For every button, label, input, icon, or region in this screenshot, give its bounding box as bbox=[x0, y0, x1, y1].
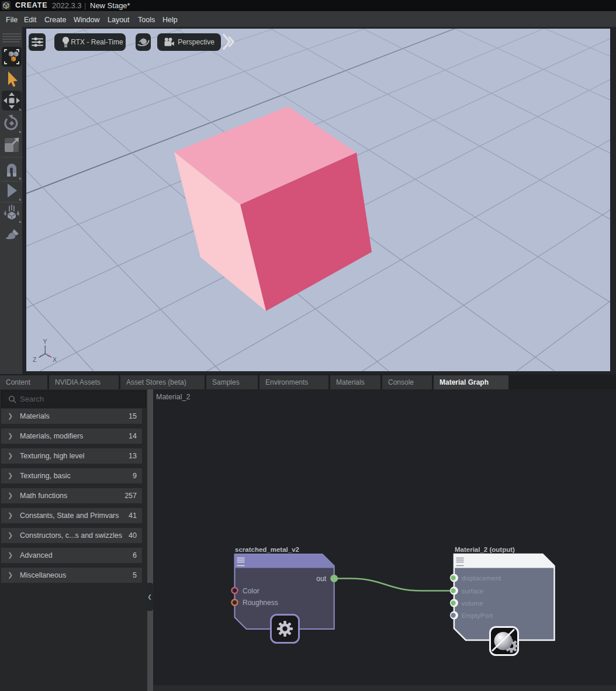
svg-text:surface: surface bbox=[462, 588, 484, 595]
svg-text:X: X bbox=[53, 356, 57, 363]
svg-text:Roughness: Roughness bbox=[243, 599, 278, 607]
svg-text:Z: Z bbox=[33, 356, 37, 363]
svg-text:EmptyPort: EmptyPort bbox=[462, 612, 493, 619]
svg-text:Material_2 (output): Material_2 (output) bbox=[455, 546, 515, 553]
svg-text:out: out bbox=[316, 575, 326, 583]
svg-text:scratched_metal_v2: scratched_metal_v2 bbox=[235, 546, 299, 553]
svg-text:displacement: displacement bbox=[462, 575, 502, 582]
svg-text:Y: Y bbox=[43, 338, 47, 345]
svg-text:volume: volume bbox=[462, 600, 483, 607]
svg-text:Color: Color bbox=[243, 587, 259, 595]
svg-text:Material_2: Material_2 bbox=[156, 393, 190, 401]
